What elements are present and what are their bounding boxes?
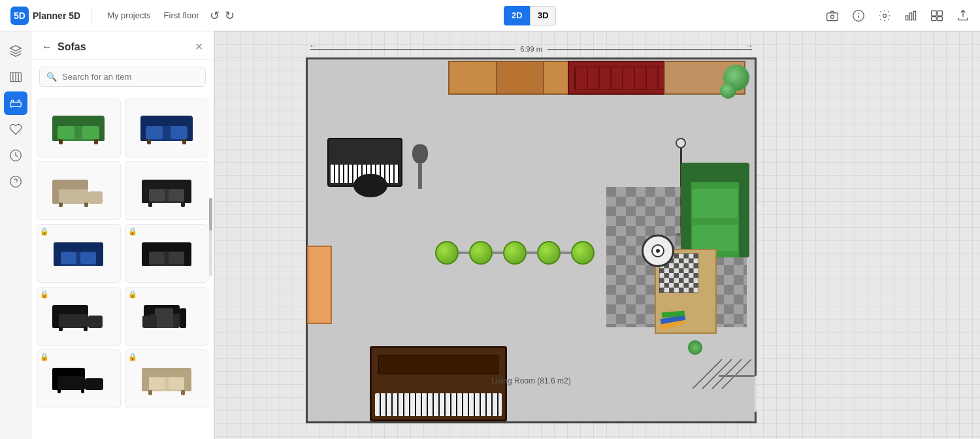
svg-rect-60 <box>142 242 191 252</box>
info-icon-button[interactable] <box>852 9 865 22</box>
orange-cabinet <box>307 246 332 324</box>
main-canvas[interactable]: 6.99 m ← → <box>214 31 980 439</box>
sofa-dark-small-svg <box>140 236 193 272</box>
sofa-dark-chaise-svg <box>52 299 105 334</box>
measurement-label: 6.99 m <box>308 45 755 53</box>
svg-rect-50 <box>169 189 184 201</box>
measurement-text: 6.99 m <box>520 45 542 53</box>
list-item[interactable] <box>37 99 121 157</box>
stats-icon-button[interactable] <box>904 9 917 22</box>
svg-rect-88 <box>169 378 184 389</box>
search-input[interactable] <box>62 72 199 82</box>
list-item[interactable] <box>37 161 121 220</box>
list-item[interactable]: 🔒 <box>37 224 121 283</box>
nav-divider-1 <box>91 9 91 22</box>
sofa-icon <box>9 97 22 110</box>
lock-icon: 🔒 <box>40 290 49 299</box>
list-item[interactable]: 🔒 <box>125 224 209 283</box>
svg-rect-46 <box>142 180 191 189</box>
sofa-dark-chaise2-svg <box>140 299 193 334</box>
tool-walls[interactable] <box>4 65 27 89</box>
tool-history[interactable] <box>4 144 27 167</box>
settings-icon-button[interactable] <box>878 9 891 22</box>
svg-rect-86 <box>184 370 191 391</box>
logo-box: 5D <box>10 7 29 25</box>
lock-icon: 🔒 <box>128 290 137 299</box>
svg-rect-9 <box>932 10 937 16</box>
undo-button[interactable]: ↺ <box>210 8 220 23</box>
tool-help[interactable] <box>4 170 27 193</box>
lock-icon: 🔒 <box>40 227 49 236</box>
svg-rect-12 <box>938 16 943 20</box>
svg-rect-47 <box>142 182 149 203</box>
svg-rect-48 <box>184 182 191 203</box>
items-grid: 🔒 🔒 <box>31 93 214 414</box>
speakers-row <box>435 241 595 265</box>
sofa-navy-svg <box>140 110 193 146</box>
svg-rect-6 <box>906 16 908 20</box>
camera-icon-button[interactable] <box>826 9 839 22</box>
view-2d-button[interactable]: 2D <box>504 6 530 25</box>
walls-icon <box>9 71 22 84</box>
svg-rect-28 <box>82 126 99 139</box>
view-3d-button[interactable]: 3D <box>530 6 556 25</box>
heart-icon <box>9 123 22 136</box>
items-scrollbar[interactable] <box>209 198 212 276</box>
sofa-beige-svg <box>140 361 193 397</box>
svg-rect-57 <box>61 252 76 264</box>
tool-items[interactable] <box>4 91 27 115</box>
svg-rect-42 <box>88 191 103 204</box>
item-panel: ← Sofas ✕ 🔍 <box>31 31 214 439</box>
svg-rect-38 <box>182 139 186 144</box>
export-icon-button[interactable] <box>956 9 970 22</box>
share-icon-button[interactable] <box>930 9 943 22</box>
sofa-green-svg <box>52 110 105 146</box>
list-item[interactable]: 🔒 <box>37 287 121 346</box>
nav-links: My projects First floor <box>107 10 199 20</box>
svg-rect-36 <box>171 126 188 139</box>
panel-close-button[interactable]: ✕ <box>195 41 203 53</box>
tool-3d-view[interactable] <box>4 39 27 63</box>
nav-my-projects[interactable]: My projects <box>107 10 150 20</box>
tool-favorites[interactable] <box>4 118 27 141</box>
svg-rect-90 <box>181 390 185 395</box>
panel-back-button[interactable]: ← <box>42 41 52 53</box>
list-item[interactable]: 🔒 <box>125 350 209 408</box>
measure-arrow-left: ← <box>309 41 317 50</box>
crosshatch-area <box>693 359 751 389</box>
floor-plan[interactable]: 6.99 m ← → <box>306 57 757 423</box>
list-item[interactable] <box>125 161 209 220</box>
panel-header: ← Sofas ✕ <box>31 31 214 60</box>
svg-rect-10 <box>938 10 943 16</box>
piano-bottom <box>370 346 507 421</box>
svg-rect-70 <box>84 327 88 331</box>
nav-toolbar-icons <box>826 9 970 22</box>
svg-point-1 <box>831 15 834 18</box>
help-icon <box>9 175 22 188</box>
svg-rect-67 <box>52 308 59 328</box>
nav-first-floor[interactable]: First floor <box>164 10 199 20</box>
svg-rect-82 <box>81 389 84 393</box>
info-icon <box>852 9 865 22</box>
navbar: 5D Planner 5D My projects First floor ↺ … <box>0 0 980 31</box>
svg-rect-62 <box>184 245 191 266</box>
sofa-beige-chaise-svg <box>52 173 105 209</box>
gear-icon <box>878 9 891 22</box>
list-item[interactable] <box>125 99 209 157</box>
svg-rect-61 <box>142 245 149 266</box>
svg-rect-44 <box>84 203 88 207</box>
list-item[interactable]: 🔒 <box>37 350 121 408</box>
clock-target <box>642 235 674 267</box>
svg-rect-58 <box>80 252 96 264</box>
list-item[interactable]: 🔒 <box>125 287 209 346</box>
redo-button[interactable]: ↻ <box>225 8 235 23</box>
svg-rect-87 <box>149 378 165 389</box>
svg-rect-89 <box>148 390 152 395</box>
lock-icon: 🔒 <box>128 353 137 361</box>
left-toolbar <box>0 31 31 439</box>
svg-rect-81 <box>57 389 61 393</box>
app-title: Planner 5D <box>33 10 80 21</box>
svg-rect-76 <box>180 308 186 328</box>
search-bar[interactable]: 🔍 <box>39 67 206 87</box>
app-logo[interactable]: 5D Planner 5D <box>10 7 80 25</box>
